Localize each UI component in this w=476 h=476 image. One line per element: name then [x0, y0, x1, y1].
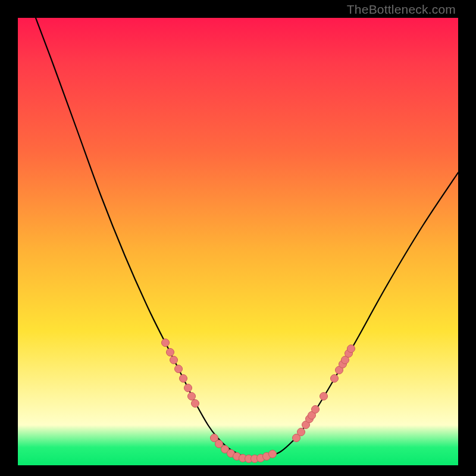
- curve-marker: [312, 406, 320, 414]
- curve-marker: [298, 428, 305, 436]
- bottleneck-curve: [36, 18, 458, 459]
- curve-marker: [175, 365, 183, 373]
- chart-svg: [18, 18, 458, 465]
- curve-marker: [188, 393, 196, 400]
- curve-marker: [215, 440, 223, 448]
- curve-marker: [180, 375, 187, 383]
- curve-marker: [167, 349, 174, 356]
- curve-marker: [162, 339, 170, 347]
- curve-marker: [331, 375, 339, 383]
- watermark-text: TheBottleneck.com: [347, 2, 456, 17]
- curve-marker: [347, 345, 355, 353]
- curve-markers: [162, 339, 355, 463]
- curve-marker: [184, 384, 192, 392]
- curve-marker: [192, 400, 199, 408]
- curve-marker: [320, 393, 328, 400]
- curve-marker: [170, 356, 178, 364]
- curve-marker: [269, 450, 277, 458]
- chart-frame: [18, 18, 458, 465]
